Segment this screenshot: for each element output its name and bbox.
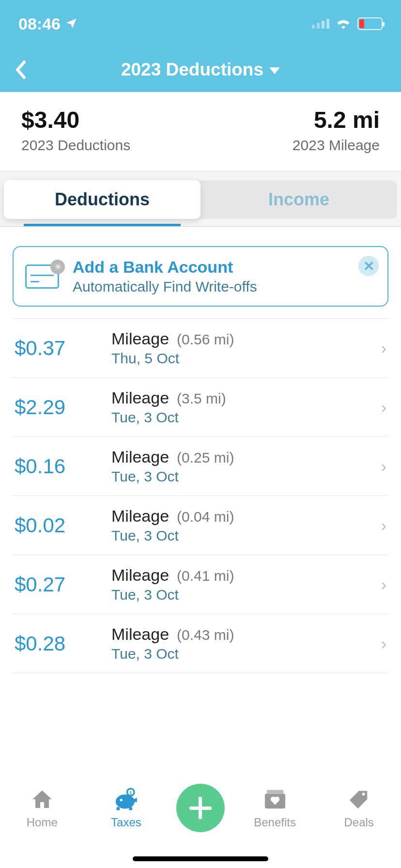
tabbar-taxes[interactable]: $ Taxes: [92, 787, 160, 829]
row-amount: $0.16: [15, 455, 97, 478]
chevron-right-icon: ›: [381, 398, 386, 417]
summary-section: $3.40 2023 Deductions 5.2 mi 2023 Mileag…: [0, 92, 401, 171]
chevron-right-icon: ›: [381, 516, 386, 535]
caret-down-icon: [269, 67, 280, 74]
row-date: Tue, 3 Oct: [111, 468, 367, 485]
tabs-container: Deductions Income: [0, 171, 401, 227]
banner-texts: Add a Bank Account Automatically Find Wr…: [73, 258, 257, 295]
wifi-icon: [335, 16, 352, 31]
home-indicator: [133, 856, 268, 861]
chevron-right-icon: ›: [381, 634, 386, 653]
tabbar-benefits-label: Benefits: [254, 816, 296, 829]
location-icon: [65, 15, 78, 33]
row-distance: (3.5 mi): [177, 390, 226, 407]
add-fab[interactable]: [176, 784, 225, 832]
row-distance: (0.04 mi): [177, 509, 234, 525]
row-amount: $0.28: [15, 632, 97, 655]
tab-deductions-label: Deductions: [55, 189, 150, 210]
bottom-tabbar: Home $ Taxes Benefits Deals: [0, 776, 401, 868]
banner-wrap: ✳ Add a Bank Account Automatically Find …: [0, 227, 401, 318]
deduction-row[interactable]: $2.29Mileage(3.5 mi)Tue, 3 Oct›: [13, 377, 388, 436]
tag-icon: [346, 787, 371, 812]
chevron-right-icon: ›: [381, 339, 386, 357]
svg-rect-7: [266, 790, 283, 794]
row-date: Tue, 3 Oct: [111, 409, 367, 426]
close-icon: ✕: [363, 258, 374, 274]
row-distance: (0.25 mi): [177, 450, 234, 466]
chevron-right-icon: ›: [381, 575, 386, 594]
row-date: Tue, 3 Oct: [111, 587, 367, 603]
back-button[interactable]: [10, 59, 31, 80]
benefits-icon: [262, 787, 288, 812]
status-bar: 08:46: [0, 0, 401, 47]
row-distance: (0.56 mi): [177, 331, 234, 348]
deduction-row[interactable]: $0.16Mileage(0.25 mi)Tue, 3 Oct›: [13, 436, 388, 496]
tabbar-deals[interactable]: Deals: [325, 787, 393, 829]
tab-indicator: [24, 224, 181, 226]
row-details: Mileage(0.04 mi)Tue, 3 Oct: [111, 507, 367, 544]
svg-text:$: $: [129, 790, 132, 795]
svg-point-0: [116, 794, 135, 808]
row-distance: (0.41 mi): [177, 568, 234, 584]
row-details: Mileage(0.41 mi)Tue, 3 Oct: [111, 566, 367, 603]
banner-subtitle: Automatically Find Write-offs: [73, 279, 257, 295]
row-details: Mileage(3.5 mi)Tue, 3 Oct: [111, 388, 367, 426]
summary-miles-block: 5.2 mi 2023 Mileage: [293, 107, 380, 154]
summary-amount: $3.40: [21, 107, 130, 133]
tabbar-home-label: Home: [27, 816, 58, 829]
status-right: [312, 16, 383, 31]
row-distance: (0.43 mi): [177, 627, 234, 643]
row-amount: $2.29: [15, 396, 97, 419]
summary-miles: 5.2 mi: [293, 107, 380, 133]
row-category: Mileage: [111, 329, 169, 348]
battery-icon: [357, 17, 383, 30]
deduction-row[interactable]: $0.27Mileage(0.41 mi)Tue, 3 Oct›: [13, 555, 388, 614]
tab-income[interactable]: Income: [200, 180, 397, 219]
svg-point-3: [120, 799, 123, 801]
summary-amount-block: $3.40 2023 Deductions: [21, 107, 130, 154]
status-left: 08:46: [18, 15, 78, 33]
tabbar-benefits[interactable]: Benefits: [241, 787, 309, 829]
row-date: Tue, 3 Oct: [111, 646, 367, 662]
row-details: Mileage(0.43 mi)Tue, 3 Oct: [111, 625, 367, 662]
piggy-bank-icon: $: [113, 787, 139, 812]
cellular-icon: [312, 19, 329, 29]
deduction-row[interactable]: $0.28Mileage(0.43 mi)Tue, 3 Oct›: [13, 614, 388, 673]
summary-amount-label: 2023 Deductions: [21, 137, 130, 154]
row-amount: $0.27: [15, 573, 97, 596]
page-header: 2023 Deductions: [0, 47, 401, 92]
card-link-icon: ✳: [25, 264, 59, 289]
row-details: Mileage(0.25 mi)Tue, 3 Oct: [111, 448, 367, 485]
row-amount: $0.37: [15, 337, 97, 360]
row-date: Tue, 3 Oct: [111, 527, 367, 544]
svg-rect-2: [129, 807, 133, 810]
deductions-list: $0.37Mileage(0.56 mi)Thu, 5 Oct›$2.29Mil…: [0, 318, 401, 673]
deduction-row[interactable]: $0.37Mileage(0.56 mi)Thu, 5 Oct›: [13, 318, 388, 377]
row-date: Thu, 5 Oct: [111, 350, 367, 367]
row-amount: $0.02: [15, 514, 97, 537]
row-category: Mileage: [111, 566, 169, 585]
header-title-dropdown[interactable]: 2023 Deductions: [121, 60, 280, 80]
tabbar-taxes-label: Taxes: [111, 816, 141, 829]
row-category: Mileage: [111, 448, 169, 466]
row-category: Mileage: [111, 625, 169, 644]
home-icon: [30, 787, 55, 812]
add-bank-banner[interactable]: ✳ Add a Bank Account Automatically Find …: [13, 246, 388, 307]
tabbar-home[interactable]: Home: [8, 787, 76, 829]
row-category: Mileage: [111, 388, 169, 407]
summary-miles-label: 2023 Mileage: [293, 137, 380, 154]
row-details: Mileage(0.56 mi)Thu, 5 Oct: [111, 329, 367, 367]
row-category: Mileage: [111, 507, 169, 526]
segmented-tabs: Deductions Income: [4, 180, 397, 219]
tabbar-deals-label: Deals: [344, 816, 373, 829]
banner-title: Add a Bank Account: [73, 258, 257, 277]
chevron-right-icon: ›: [381, 457, 386, 476]
tab-deductions[interactable]: Deductions: [4, 180, 200, 219]
status-time: 08:46: [18, 15, 61, 33]
banner-close-button[interactable]: ✕: [358, 256, 379, 276]
tab-income-label: Income: [268, 189, 329, 210]
deduction-row[interactable]: $0.02Mileage(0.04 mi)Tue, 3 Oct›: [13, 496, 388, 555]
svg-rect-1: [117, 807, 120, 810]
content-area: ✳ Add a Bank Account Automatically Find …: [0, 227, 401, 673]
header-title-text: 2023 Deductions: [121, 60, 263, 80]
